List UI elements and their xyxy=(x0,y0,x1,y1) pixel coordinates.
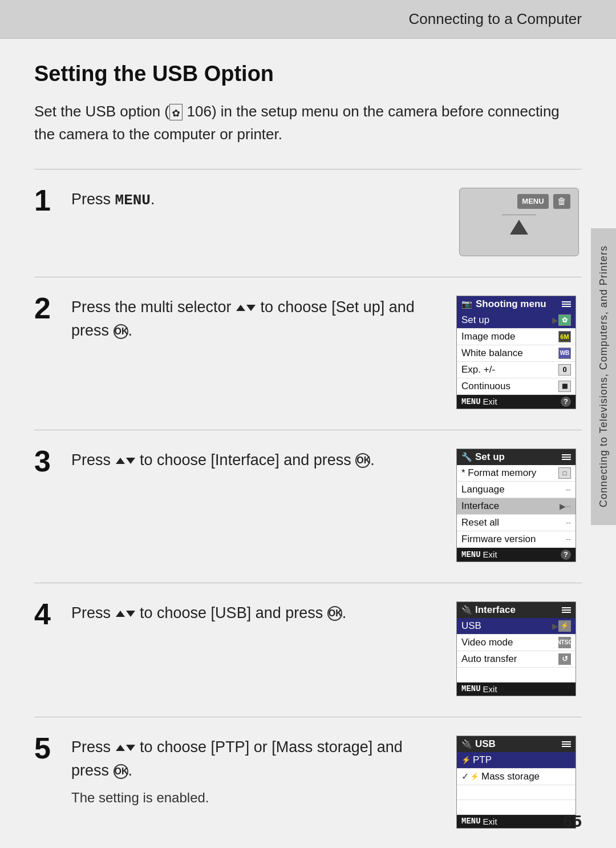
menu-row-setup: Set up ▶ ✿ xyxy=(457,312,576,329)
page-title: Setting the USB Option xyxy=(34,62,582,86)
format-label: * Format memory xyxy=(461,467,558,479)
usb-arrow-icon: ▶ xyxy=(552,621,558,631)
step-4-body: Press to choose [USB] and press OK. 🔌 In… xyxy=(71,601,582,696)
firmware-label: Firmware version xyxy=(461,534,566,545)
setup-menu-footer: MENU Exit ? xyxy=(457,548,576,562)
step-3-body: Press to choose [Interface] and press OK… xyxy=(71,449,582,562)
menu-footer-exit-label: Exit xyxy=(483,397,497,406)
setup-footer-exit-label: Exit xyxy=(483,550,497,559)
ok-button-4-icon: OK xyxy=(114,764,128,779)
triangle-up-4-icon xyxy=(116,745,125,751)
usb-label: USB xyxy=(461,620,552,632)
mass-usb-icon: ⚡ xyxy=(470,772,479,781)
main-content: Setting the USB Option Set the USB optio… xyxy=(0,39,616,848)
step-1-body: Press MENU. MENU 🗑 xyxy=(71,188,582,256)
step-separator-2 xyxy=(34,277,582,277)
menu-row-video-mode: Video mode NTSC xyxy=(457,635,576,651)
step-2-body: Press the multi selector to choose [Set … xyxy=(71,296,582,409)
ok-button-3-icon: OK xyxy=(327,606,342,621)
help-icon: ? xyxy=(561,397,571,407)
usb-menu-footer: MENU Exit xyxy=(457,815,576,828)
empty-row xyxy=(457,668,576,683)
usb-header-icon: 🔌 xyxy=(461,605,472,615)
reset-dash: -- xyxy=(566,518,571,527)
menu-row-interface: Interface ▶ -- xyxy=(457,498,576,515)
step-4-text: Press to choose [USB] and press OK. xyxy=(71,601,439,625)
interface-label: Interface xyxy=(461,500,560,512)
white-balance-label: White balance xyxy=(461,348,558,359)
menu-row-firmware: Firmware version -- xyxy=(457,531,576,548)
interface-menu-header: 🔌 Interface xyxy=(457,602,576,618)
interface-menu-title: Interface xyxy=(475,604,516,616)
shooting-menu-screen: 📷 Shooting menu Set up ▶ ✿ xyxy=(456,296,576,409)
step-4-image: 🔌 Interface USB ▶ ⚡ Vide xyxy=(456,601,582,696)
auto-transfer-label: Auto transfer xyxy=(461,653,558,665)
step-separator-3 xyxy=(34,430,582,430)
checkmark-icon: ✓ xyxy=(461,771,469,782)
menu-row-exp: Exp. +/- 0 xyxy=(457,362,576,378)
step-separator-4 xyxy=(34,583,582,583)
step-4-number: 4 xyxy=(34,599,66,629)
triangle-up-2-icon xyxy=(116,458,125,464)
usb-footer-exit-label: Exit xyxy=(483,817,497,826)
setup-icon: ✿ xyxy=(558,314,571,326)
language-label: Language xyxy=(461,484,566,495)
language-dash: -- xyxy=(566,485,571,494)
interface-dash: -- xyxy=(566,502,571,511)
camera-icon: 📷 xyxy=(461,299,472,309)
menu-row-auto-transfer: Auto transfer ↺ xyxy=(457,651,576,668)
shooting-menu-header: 📷 Shooting menu xyxy=(457,296,576,312)
step-5: 5 Press to choose [PTP] or [Mass storage… xyxy=(34,736,582,829)
usb-empty-row-1 xyxy=(457,785,576,800)
image-mode-label: Image mode xyxy=(461,331,558,342)
ntsc-icon: NTSC xyxy=(558,637,571,648)
reset-label: Reset all xyxy=(461,517,566,528)
step-2-number: 2 xyxy=(34,293,66,323)
triangle-down-2-icon xyxy=(126,458,135,464)
setup-help-icon: ? xyxy=(561,550,571,560)
setup-menu-title: Set up xyxy=(475,451,505,463)
step-3-text: Press to choose [Interface] and press OK… xyxy=(71,449,439,473)
step-separator-5 xyxy=(34,717,582,717)
setup-menu-lines-icon xyxy=(562,454,571,460)
exp-icon: 0 xyxy=(558,364,571,375)
setup-arrow-icon: ▶ xyxy=(552,316,558,325)
usb-footer-menu-label: MENU xyxy=(461,817,481,826)
step-2: 2 Press the multi selector to choose [Se… xyxy=(34,296,582,409)
step-1-number: 1 xyxy=(34,185,66,215)
step-1-image: MENU 🗑 xyxy=(456,188,582,256)
setup-menu-header: 🔧 Set up xyxy=(457,449,576,465)
setup-footer-menu-label: MENU xyxy=(461,550,481,559)
step-2-image: 📷 Shooting menu Set up ▶ ✿ xyxy=(456,296,582,409)
menu-row-white-balance: White balance WB xyxy=(457,345,576,362)
usb-menu-header: 🔌 USB xyxy=(457,736,576,752)
triangle-down-4-icon xyxy=(126,745,135,751)
step-5-subnote: The setting is enabled. xyxy=(71,788,439,808)
usb-menu-title: USB xyxy=(475,738,496,750)
interface-footer-menu-label: MENU xyxy=(461,684,481,693)
auto-transfer-icon: ↺ xyxy=(558,653,571,665)
continuous-icon: ▦ xyxy=(558,381,571,392)
triangle-down-icon xyxy=(246,305,256,311)
side-label: Connecting to Televisions, Computers, an… xyxy=(591,228,616,525)
menu-label: MENU xyxy=(115,192,151,209)
interface-arrow-icon: ▶ xyxy=(560,502,566,511)
ok-button-2-icon: OK xyxy=(355,453,370,468)
setup-menu-screen: 🔧 Set up * Format memory □ Language xyxy=(456,449,576,562)
triangle-down-3-icon xyxy=(126,611,135,617)
menu-row-image-mode: Image mode 6M xyxy=(457,329,576,345)
interface-footer-exit-label: Exit xyxy=(483,684,497,694)
step-separator-1 xyxy=(34,169,582,169)
firmware-dash: -- xyxy=(566,535,571,544)
step-3-number: 3 xyxy=(34,446,66,476)
menu-row-mass-storage: ✓ ⚡ Mass storage xyxy=(457,769,576,785)
intro-text: Set the USB option (✿ 106) in the setup … xyxy=(34,100,582,146)
menu-row-ptp: ⚡ PTP xyxy=(457,752,576,769)
menu-row-language: Language -- xyxy=(457,482,576,498)
menu-row-reset: Reset all -- xyxy=(457,515,576,531)
page-number: 65 xyxy=(563,811,582,831)
usb2-header-icon: 🔌 xyxy=(461,739,472,749)
shooting-menu-title: Shooting menu xyxy=(476,298,546,310)
menu-lines-icon xyxy=(562,301,571,307)
ok-button-icon: OK xyxy=(114,324,128,339)
